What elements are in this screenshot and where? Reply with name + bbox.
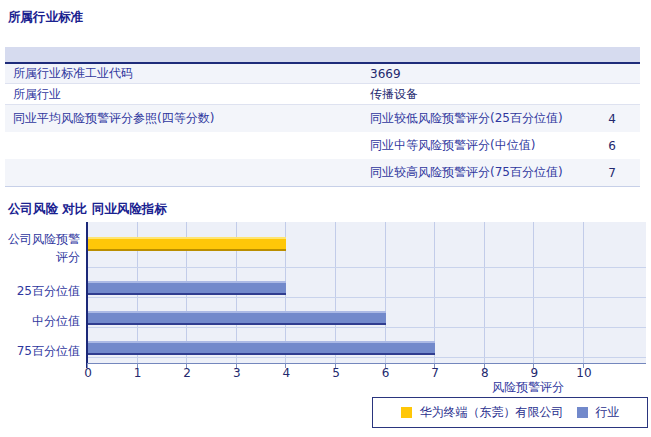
peer-low-label: 同业较低风险预警评分(25百分位值): [370, 110, 563, 127]
comparison-section-title: 公司风险 对比 同业风险指标: [8, 201, 167, 218]
x-axis-title: 风险预警评分: [470, 379, 586, 396]
industry-standard-table: 所属行业标准工业代码 3669 所属行业 传播设备 同业平均风险预警评分参照(四…: [5, 47, 640, 187]
peer-median-value: 6: [608, 139, 616, 153]
plot-area: [88, 222, 646, 364]
legend-industry-label: 行业: [596, 404, 620, 421]
category-label-25百分位值: 25百分位值: [17, 282, 80, 300]
y-axis-labels: 公司风险预警评分25百分位值中分位值75百分位值: [0, 222, 84, 363]
table-row-sic-code: 所属行业标准工业代码 3669: [5, 64, 640, 84]
gridline-x-10: [583, 222, 584, 363]
industry-value: 传播设备: [370, 86, 418, 103]
risk-report-page: 所属行业标准 所属行业标准工业代码 3669 所属行业 传播设备 同业平均风险预…: [0, 0, 651, 437]
industry-section-title: 所属行业标准: [8, 9, 83, 26]
ticklabel-6: 6: [374, 366, 398, 380]
industry-label: 所属行业: [5, 86, 61, 103]
table-header-band: [5, 47, 640, 64]
ticklabel-7: 7: [423, 366, 447, 380]
peer-high-label: 同业较高风险预警评分(75百分位值): [370, 164, 563, 181]
peer-subrow-low: 同业平均风险预警评分参照(四等分数) 同业较低风险预警评分(25百分位值) 4: [5, 105, 640, 132]
bar-中分位值: [88, 311, 386, 325]
peer-subrow-high: 同业较高风险预警评分(75百分位值) 7: [5, 159, 640, 186]
gridline-x-8: [484, 222, 485, 363]
bar-75百分位值: [88, 341, 435, 355]
ticklabel-1: 1: [126, 366, 150, 380]
bar-25百分位值: [88, 281, 286, 295]
table-row-industry: 所属行业 传播设备: [5, 84, 640, 105]
category-label-75百分位值: 75百分位值: [17, 342, 80, 360]
peer-high-value: 7: [608, 166, 616, 180]
industry-color-swatch: [577, 407, 588, 418]
gridline-band-2: [88, 327, 646, 328]
peer-quartiles-label: 同业平均风险预警评分参照(四等分数): [5, 110, 214, 127]
ticklabel-9: 9: [522, 366, 546, 380]
legend-item-company: 华为终端（东莞）有限公司: [401, 404, 564, 421]
table-row-peer-quartiles: 同业平均风险预警评分参照(四等分数) 同业较低风险预警评分(25百分位值) 4 …: [5, 105, 640, 187]
ticklabel-2: 2: [175, 366, 199, 380]
category-label-中分位值: 中分位值: [32, 312, 80, 330]
ticklabel-5: 5: [324, 366, 348, 380]
peer-low-value: 4: [608, 112, 616, 126]
gridline-band-1: [88, 297, 646, 298]
ticklabel-4: 4: [274, 366, 298, 380]
gridline-x-9: [533, 222, 534, 363]
ticklabel-10: 10: [572, 366, 596, 380]
gridline-band-3: [88, 357, 646, 358]
gridline-band-0: [88, 267, 646, 268]
ticklabel-0: 0: [76, 366, 100, 380]
peer-subrow-median: 同业中等风险预警评分(中位值) 6: [5, 132, 640, 159]
legend-company-label: 华为终端（东莞）有限公司: [420, 404, 564, 421]
sic-code-value: 3669: [370, 67, 401, 81]
ticklabel-8: 8: [473, 366, 497, 380]
company-color-swatch: [401, 407, 412, 418]
sic-code-label: 所属行业标准工业代码: [5, 65, 133, 82]
category-label-公司风险预警评分: 公司风险预警评分: [8, 230, 80, 266]
bar-公司风险预警评分: [88, 237, 286, 251]
peer-median-label: 同业中等风险预警评分(中位值): [370, 137, 535, 154]
ticklabel-3: 3: [225, 366, 249, 380]
legend-item-industry: 行业: [577, 404, 620, 421]
chart-legend: 华为终端（东莞）有限公司 行业: [372, 397, 648, 428]
